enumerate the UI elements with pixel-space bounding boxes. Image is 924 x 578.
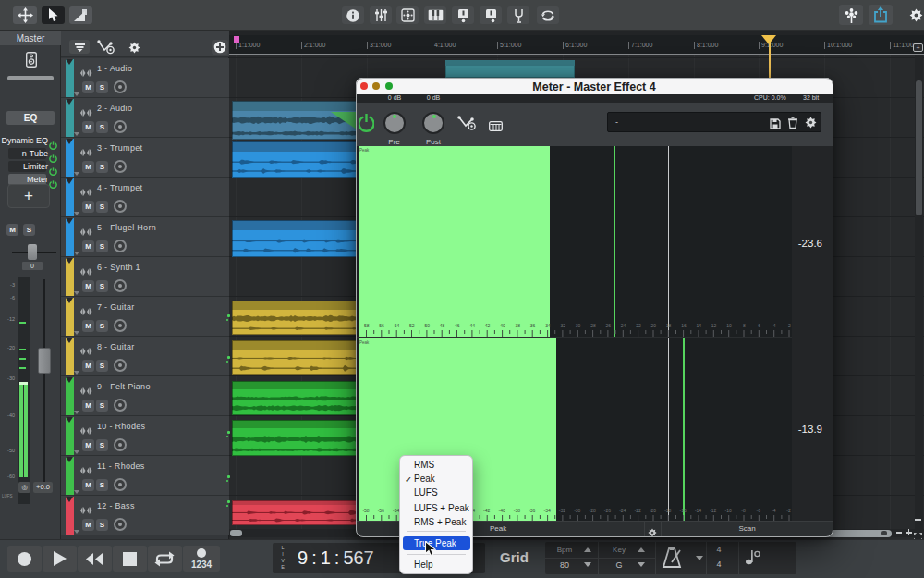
svg-text:1234: 1234	[191, 560, 213, 570]
